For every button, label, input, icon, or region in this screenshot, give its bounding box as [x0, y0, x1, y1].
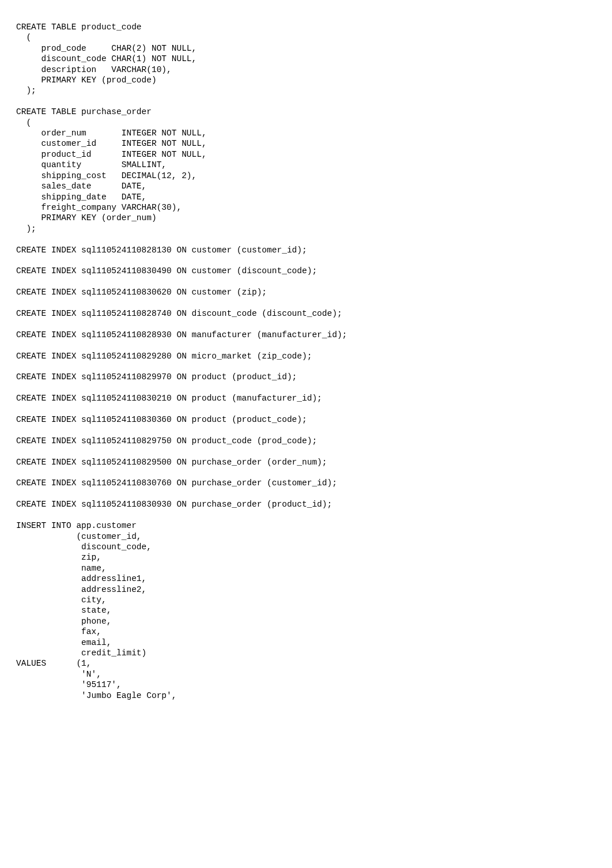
create-index-stmt: CREATE INDEX sql110524110830490 ON custo…: [16, 266, 317, 276]
create-index-stmt: CREATE INDEX sql110524110830210 ON produ…: [16, 394, 322, 403]
create-index-stmt: CREATE INDEX sql110524110830760 ON purch…: [16, 478, 337, 488]
create-index-stmt: CREATE INDEX sql110524110829970 ON produ…: [16, 372, 297, 382]
create-index-stmt: CREATE INDEX sql110524110830930 ON purch…: [16, 500, 332, 509]
create-product-code-stmt: CREATE TABLE product_code ( prod_code CH…: [16, 22, 197, 95]
create-index-stmt: CREATE INDEX sql110524110828740 ON disco…: [16, 309, 342, 318]
create-purchase-order-stmt: CREATE TABLE purchase_order ( order_num …: [16, 107, 207, 233]
create-index-stmt: CREATE INDEX sql110524110830360 ON produ…: [16, 415, 307, 424]
create-index-stmt: CREATE INDEX sql110524110828930 ON manuf…: [16, 330, 347, 339]
create-index-stmt: CREATE INDEX sql110524110828130 ON custo…: [16, 246, 307, 255]
create-index-stmt: CREATE INDEX sql110524110829750 ON produ…: [16, 436, 317, 446]
create-index-stmt: CREATE INDEX sql110524110829280 ON micro…: [16, 352, 312, 361]
sql-script: CREATE TABLE product_code ( prod_code CH…: [16, 22, 596, 701]
create-index-stmt: CREATE INDEX sql110524110829500 ON purch…: [16, 458, 327, 467]
insert-customer-stmt: INSERT INTO app.customer (customer_id, d…: [16, 521, 176, 700]
create-index-stmt: CREATE INDEX sql110524110830620 ON custo…: [16, 288, 267, 297]
